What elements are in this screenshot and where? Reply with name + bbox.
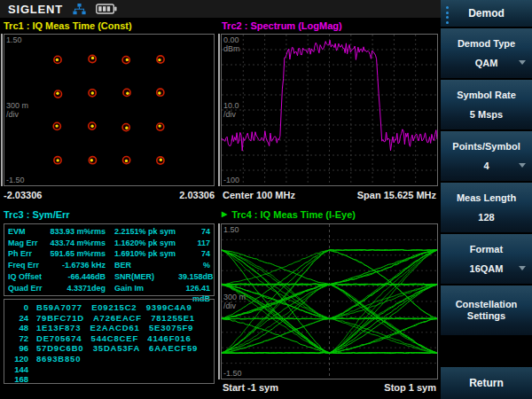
trc4-bottom-label: -1.50 [223,369,242,378]
constellation-symbol-dot [90,159,93,161]
constellation-symbol-dot [125,160,128,162]
constellation-symbol-dot [125,127,128,129]
menu-item-value: 4 [483,161,489,171]
symerr-peak-value: 1.1620% pk sym [106,238,178,249]
trc2-bottom-label: -100 [223,176,239,184]
hex-row-data: 8693B850 [36,354,209,364]
constellation-symbol-dot [160,159,162,161]
spectrum-plot[interactable]: 0.00dBm 10.0/div -100 [221,34,438,186]
hex-row-index: 144 [9,364,28,375]
symerr-rms-value: 591.65 m%rms [49,248,106,260]
trc1-ref-label: 1.50 [6,35,22,44]
menu-item-label: Points/Symbol [445,141,527,153]
titlebar: SIGLENT [0,0,441,18]
trc1-xmin-readout: -2.03306 [4,190,42,200]
trc2-ref-label: 0.00dBm [223,35,240,53]
hex-row: 72DE705674 544C8CEF 4146F016 [9,333,209,344]
symerr-label: Ph Err [8,248,49,260]
menu-item-value: 5 Msps [470,110,503,120]
hex-row-index: 48 [9,323,28,333]
center-freq-readout: Center 100 MHz [223,190,295,200]
hex-row-data: DE705674 544C8CEF 4146F016 [36,333,209,344]
constellation-plot[interactable]: 1.50 300 m/div -1.50 [4,34,215,186]
symerr-label: IQ Offset [8,271,49,283]
constellation-symbol-dot [91,57,94,59]
constellation-symbol-dot [126,92,129,95]
constellation-symbol-dot [91,91,94,94]
network-icon [73,4,86,15]
menu-item-label: Symbol Rate [450,90,523,101]
constellation-symbol-dot [55,124,58,127]
constellation-symbol-dot [57,159,59,161]
trc4-ref-label: 1.50 [223,225,239,234]
constellation-symbol-dot [158,124,160,127]
constellation-symbol-dot [126,59,129,61]
constellation-symbol-dot [90,125,93,128]
menu-item-meas-length[interactable]: Meas Length128 [441,183,532,232]
symerr-label: EVM [8,226,49,238]
eye-diagram-canvas [222,224,437,379]
trc2-title: Trc2 : Spectrum (LogMag) [222,20,342,31]
menu-item-points-symbol[interactable]: Points/Symbol4 [441,131,532,181]
hex-row-index: 24 [9,313,28,324]
hex-row-index: 120 [9,354,28,364]
menu-item-label: Demod Type [450,38,522,50]
menu-item-constellation-settings[interactable]: Constellation Settings [441,286,532,335]
symerr-rms-value: -66.446dB [49,271,106,283]
hex-row-data: 57D9C6B0 35DA53FA 6AAECF59 [36,343,209,354]
spectrum-canvas [222,35,437,185]
hex-row: 1208693B850 [9,354,209,364]
trc2-scale-label: 10.0/div [223,101,239,119]
hex-row: 144 [9,364,209,375]
symerr-peak-sym: 117 [178,238,210,249]
menu-item-label: Format [463,244,510,255]
hex-row: 481E13F873 E2AACD61 5E3075F9 [9,323,209,333]
constellation-symbol-dot [56,92,59,95]
symerr-peak-value: BER [106,260,178,271]
span-readout: Span 15.625 MHz [357,190,436,200]
menu-item-format[interactable]: Format16QAM [441,234,532,284]
constellation-symbol-dot [158,59,160,61]
symbol-hex-table[interactable]: 0B59A7077 E09215C2 9399C4A92479BFC71D A7… [4,299,215,384]
eye-stop-readout: Stop 1 sym [384,382,436,393]
menu-item-label: Constellation Settings [441,299,532,322]
menu-item-value: 128 [478,213,494,223]
symerr-table[interactable]: EVM833.93 m%rms2.2151% pk sym74Mag Err43… [4,223,215,296]
symerr-peak-sym: 39.158dB [178,271,214,283]
hex-row: 9657D9C6B0 35DA53FA 6AAECF59 [9,343,209,354]
hex-row-index: 96 [9,343,28,354]
trc4-title-text: Trc4 : IQ Meas Time (I-Eye) [231,209,356,220]
hex-row-data: 79BFC71D A726EACF 781255E1 [36,313,209,324]
instrument-screen: SIGLENT Trc1 : IQ [0,0,532,399]
constellation-symbol-dot [158,91,160,94]
symerr-peak-sym: 74 [178,226,210,238]
hex-row-data [36,364,209,375]
menu-item-label: Meas Length [450,192,523,204]
chevron-down-icon [519,60,526,65]
constellation-points [53,55,164,164]
trc1-scale-label: 300 m/div [6,101,28,119]
menu-item-demod-type[interactable]: Demod TypeQAM [441,28,532,78]
menu-item-value: QAM [475,59,498,68]
chevron-down-icon [519,163,526,168]
symerr-row: Mag Err433.74 m%rms1.1620% pk sym117 [8,238,210,249]
eye-diagram-plot[interactable]: 1.50 300 m/div -1.50 [221,223,438,379]
trc3-title: Trc3 : Sym/Err [4,209,70,220]
chevron-down-icon [519,266,526,270]
hex-row: 168 [9,374,209,385]
hex-row-index: 168 [9,374,28,385]
symerr-label: Mag Err [8,238,49,249]
symerr-row: Freq Err-1.6736 kHzBER% [8,260,210,271]
trc1-bottom-label: -1.50 [6,176,25,184]
symerr-peak-value: 1.6910% pk sym [106,248,178,260]
menu-item-value: 16QAM [470,264,504,274]
return-button[interactable]: Return [441,367,532,399]
symerr-peak-sym: % [178,260,210,271]
battery-icon [96,4,117,14]
symerr-peak-sym: 74 [178,248,210,260]
menu-items: Demod TypeQAMSymbol Rate5 MspsPoints/Sym… [441,28,532,337]
symerr-row: Ph Err591.65 m%rms1.6910% pk sym74 [8,248,210,260]
grid-lines [222,35,437,185]
menu-item-symbol-rate[interactable]: Symbol Rate5 Msps [441,80,532,129]
trc1-xmax-readout: 2.03306 [179,190,215,200]
